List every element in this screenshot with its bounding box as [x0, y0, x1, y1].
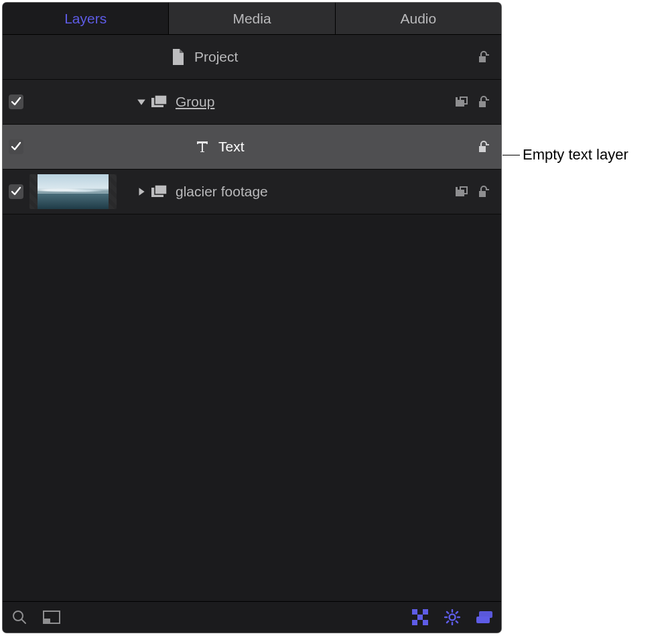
svg-rect-30 — [479, 611, 492, 618]
lock-icon[interactable] — [476, 49, 492, 65]
annotation-callout: Empty text layer — [502, 146, 628, 164]
lock-icon[interactable] — [476, 139, 492, 155]
lock-icon[interactable] — [476, 94, 492, 110]
tab-audio[interactable]: Audio — [336, 3, 501, 34]
annotation-text: Empty text layer — [523, 146, 628, 164]
svg-rect-1 — [155, 95, 167, 105]
project-icon — [170, 49, 186, 65]
svg-line-27 — [447, 621, 448, 623]
visibility-checkbox[interactable] — [9, 94, 23, 109]
svg-line-11 — [21, 619, 25, 623]
visibility-checkbox[interactable] — [9, 139, 23, 154]
tab-media[interactable]: Media — [169, 3, 335, 34]
layer-row-project[interactable]: Project — [3, 35, 501, 80]
svg-point-20 — [450, 615, 456, 621]
visibility-checkbox[interactable] — [9, 184, 23, 199]
settings-gear-button[interactable] — [442, 607, 462, 627]
svg-rect-15 — [412, 609, 417, 615]
disclosure-triangle[interactable] — [134, 187, 149, 196]
layers-list: Project — [3, 35, 501, 601]
layer-row-text[interactable]: Text — [3, 125, 501, 170]
layers-panel: Layers Media Audio Project — [3, 3, 501, 633]
layer-row-footage[interactable]: glacier footage — [3, 170, 501, 214]
svg-rect-18 — [412, 620, 417, 625]
svg-line-26 — [456, 621, 458, 623]
layer-thumbnail — [29, 84, 117, 119]
svg-rect-13 — [44, 619, 50, 623]
panel-footer — [3, 601, 501, 633]
layer-thumbnail — [29, 174, 117, 209]
svg-rect-16 — [423, 609, 428, 615]
stack-view-button[interactable] — [474, 607, 494, 627]
svg-rect-17 — [417, 615, 423, 620]
project-pane-tabs: Layers Media Audio — [3, 3, 501, 35]
fit-to-window-button[interactable] — [42, 607, 62, 627]
svg-line-28 — [456, 612, 458, 613]
layer-label[interactable]: Group — [176, 94, 454, 110]
svg-rect-9 — [456, 187, 458, 196]
disclosure-triangle[interactable] — [134, 97, 149, 107]
svg-rect-4 — [456, 97, 458, 107]
search-button[interactable] — [9, 607, 29, 627]
tab-layers[interactable]: Layers — [3, 3, 169, 34]
layer-label: Project — [194, 49, 476, 65]
lock-icon[interactable] — [476, 184, 492, 200]
svg-rect-19 — [423, 620, 428, 625]
svg-line-25 — [447, 612, 448, 613]
text-icon — [194, 139, 210, 155]
layer-row-group[interactable]: Group — [3, 80, 501, 125]
layer-label[interactable]: glacier footage — [176, 184, 454, 200]
layer-label[interactable]: Text — [218, 139, 476, 155]
svg-rect-6 — [155, 185, 167, 194]
group-icon — [151, 94, 167, 110]
group-icon — [151, 184, 167, 200]
isolate-icon[interactable] — [454, 94, 470, 110]
annotation-leader-line — [502, 155, 520, 155]
isolate-icon[interactable] — [454, 184, 470, 200]
checkerboard-toggle[interactable] — [410, 607, 430, 627]
